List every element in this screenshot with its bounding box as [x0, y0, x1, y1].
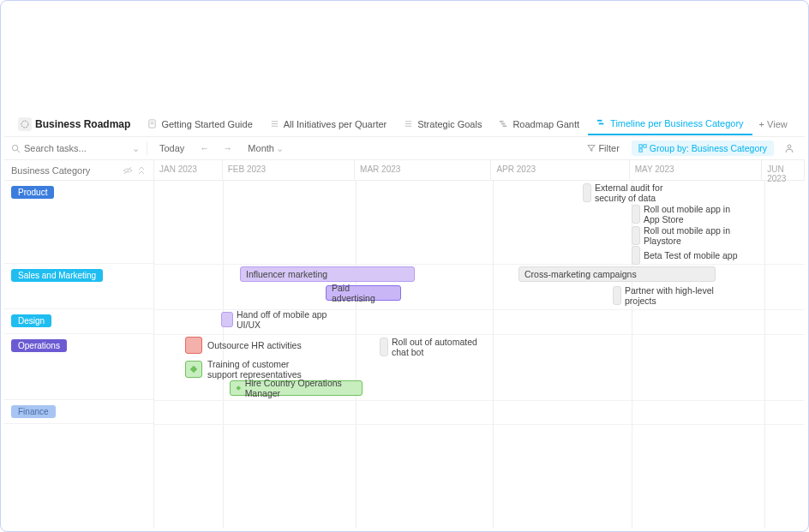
doc-icon: [147, 119, 158, 129]
app-root: Business Roadmap Getting Started Guide A…: [4, 4, 805, 528]
task-training[interactable]: Training of customer support representat…: [185, 359, 310, 380]
category-pill: Design: [11, 314, 51, 327]
chevron-down-icon: ⌄: [276, 143, 284, 154]
breadcrumb[interactable]: Business Roadmap: [9, 112, 139, 136]
task-handle[interactable]: [613, 286, 621, 305]
list-icon: [404, 119, 414, 129]
svg-line-16: [17, 150, 20, 152]
timeline-icon: [596, 118, 607, 129]
task-chatbot[interactable]: Roll out of automated chat bot: [380, 337, 477, 357]
chevron-down-icon[interactable]: ⌄: [132, 143, 140, 154]
svg-rect-11: [501, 123, 506, 125]
category-column: Business Category Product Sales and Mark…: [4, 160, 154, 528]
category-pill: Product: [11, 186, 54, 199]
add-view-button[interactable]: + View: [752, 114, 794, 134]
task-partner[interactable]: Partner with high-level projects: [613, 285, 719, 306]
month-jun: JUN 2023: [762, 160, 805, 180]
category-operations[interactable]: Operations: [4, 334, 153, 400]
tab-strategic-goals[interactable]: Strategic Goals: [395, 114, 490, 134]
toolbar: ⌄ Today ← → Month ⌄ Filter Group by: Bus…: [4, 137, 805, 160]
task-handle[interactable]: [632, 226, 640, 245]
category-pill: Sales and Marketing: [11, 269, 103, 282]
category-header: Business Category: [4, 160, 153, 181]
svg-line-21: [124, 167, 131, 174]
svg-rect-12: [503, 125, 507, 127]
gantt-icon: [499, 119, 509, 129]
tab-roadmap-gantt[interactable]: Roadmap Gantt: [490, 114, 588, 134]
list-icon: [270, 119, 280, 129]
grid-body: External audit for security of data Roll…: [154, 181, 805, 528]
group-icon: [638, 144, 647, 152]
month-mar: MAR 2023: [355, 160, 491, 180]
category-product[interactable]: Product: [4, 181, 153, 264]
category-pill: Operations: [11, 339, 67, 352]
task-handle[interactable]: [632, 246, 640, 265]
svg-rect-17: [639, 145, 642, 147]
task-cross-marketing[interactable]: Cross-marketing campaigns: [518, 266, 719, 282]
groupby-button[interactable]: Group by: Business Category: [632, 140, 774, 156]
nav-next[interactable]: →: [219, 143, 236, 153]
task-paid-ads[interactable]: Paid advertising: [326, 285, 404, 301]
search-box[interactable]: ⌄: [11, 143, 140, 154]
month-jan: JAN 2023: [154, 160, 223, 180]
svg-point-20: [788, 145, 791, 148]
svg-point-0: [21, 121, 28, 128]
svg-rect-19: [639, 149, 642, 152]
task-rollout-appstore[interactable]: Roll out mobile app in App Store: [632, 204, 738, 224]
month-feb: FEB 2023: [223, 160, 355, 180]
category-design[interactable]: Design: [4, 309, 153, 334]
svg-rect-13: [597, 120, 602, 122]
task-rollout-playstore[interactable]: Roll out mobile app in Playstore: [632, 225, 738, 246]
tab-initiatives[interactable]: All Initiatives per Quarter: [261, 114, 395, 134]
person-icon[interactable]: [781, 143, 798, 153]
timeline-grid[interactable]: JAN 2023 FEB 2023 MAR 2023 APR 2023 MAY …: [154, 160, 805, 528]
plus-icon: +: [759, 119, 764, 129]
task-icon: [185, 337, 202, 354]
breadcrumb-icon: [18, 117, 32, 131]
task-handle[interactable]: [583, 183, 591, 202]
svg-rect-10: [500, 121, 504, 123]
tab-getting-started[interactable]: Getting Started Guide: [139, 114, 261, 134]
visibility-icon[interactable]: [123, 165, 133, 176]
svg-rect-18: [644, 145, 646, 147]
category-pill: Finance: [11, 405, 56, 418]
scale-select[interactable]: Month ⌄: [243, 141, 289, 156]
month-may: MAY 2023: [630, 160, 762, 180]
filter-button[interactable]: Filter: [582, 141, 624, 155]
category-sales[interactable]: Sales and Marketing: [4, 264, 153, 309]
nav-prev[interactable]: ←: [196, 143, 213, 153]
svg-point-15: [12, 145, 17, 150]
svg-rect-23: [237, 386, 242, 391]
search-input[interactable]: [24, 143, 110, 153]
collapse-icon[interactable]: [136, 165, 147, 176]
task-beta-test[interactable]: Beta Test of mobile app: [632, 246, 738, 265]
task-outsource-hr[interactable]: Outsource HR activities: [185, 337, 302, 354]
diamond-icon: [236, 385, 242, 392]
task-external-audit[interactable]: External audit for security of data: [583, 182, 680, 203]
timeline-header: JAN 2023 FEB 2023 MAR 2023 APR 2023 MAY …: [154, 160, 805, 181]
task-handle[interactable]: [632, 205, 640, 224]
today-button[interactable]: Today: [154, 141, 189, 155]
task-handle[interactable]: [380, 338, 388, 356]
task-influencer[interactable]: Influencer marketing: [240, 266, 418, 282]
svg-rect-14: [599, 123, 604, 125]
filter-icon: [587, 144, 596, 152]
task-hire-manager[interactable]: Hire Country Operations Manager: [230, 380, 366, 396]
month-apr: APR 2023: [491, 160, 629, 180]
tab-timeline[interactable]: Timeline per Business Category: [588, 113, 752, 135]
diamond-icon: [185, 361, 202, 378]
breadcrumb-title: Business Roadmap: [35, 118, 130, 130]
task-handoff[interactable]: Hand off of mobile app UI/UX: [221, 309, 331, 330]
svg-rect-22: [190, 366, 197, 373]
search-icon: [11, 144, 21, 153]
category-finance[interactable]: Finance: [4, 400, 153, 424]
tab-bar: Business Roadmap Getting Started Guide A…: [4, 4, 805, 137]
timeline: Business Category Product Sales and Mark…: [4, 160, 805, 528]
